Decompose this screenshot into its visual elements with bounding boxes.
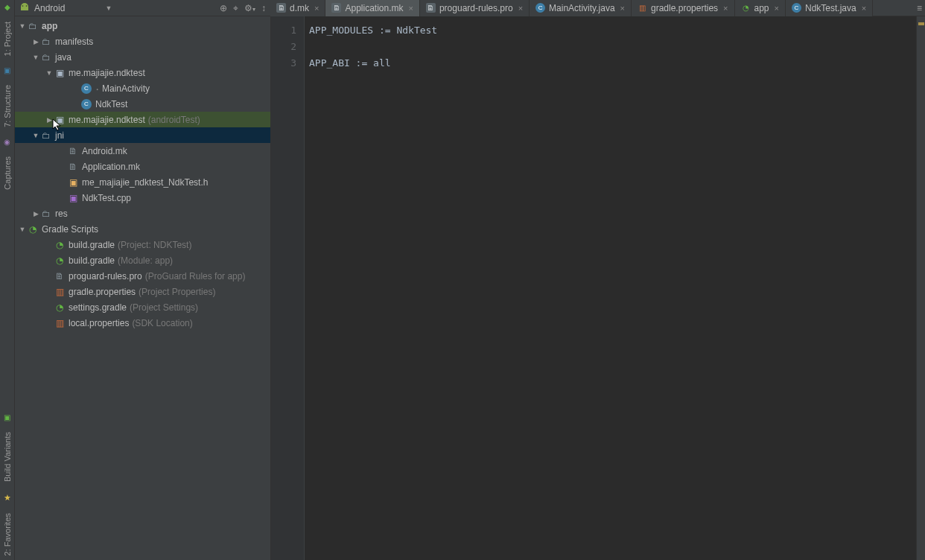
project-view-label: Android [34, 3, 65, 13]
tree-pkg1[interactable]: ▼▣me.majiajie.ndktest [15, 65, 270, 80]
tool-build-variants-label[interactable]: Build Variants [1, 427, 13, 486]
favorites-tool-icon[interactable]: ★ [4, 493, 11, 503]
tree-app[interactable]: ▼🗀app [15, 18, 270, 34]
scroll-icon[interactable]: ↕ [261, 3, 266, 13]
tree-ndk-h[interactable]: ▶▣me_majiajie_ndktest_NdkTest.h [15, 174, 270, 190]
close-icon[interactable]: × [723, 4, 728, 13]
tree-manifests[interactable]: ▶🗀manifests [15, 34, 270, 49]
project-tool-icon[interactable]: ◆ [4, 3, 10, 11]
close-icon[interactable]: × [518, 4, 523, 13]
tool-favorites-label[interactable]: 2: Favorites [1, 509, 13, 560]
android-icon [19, 3, 30, 13]
tab-label: Application.mk [345, 3, 403, 13]
close-icon[interactable]: × [409, 4, 413, 13]
tree-pkg2[interactable]: ▶▣me.majiajie.ndktest(androidTest) [15, 112, 270, 127]
svg-point-0 [22, 5, 24, 7]
tree-proguard[interactable]: ▶🗎proguard-rules.pro(ProGuard Rules for … [15, 268, 270, 284]
close-icon[interactable]: × [620, 4, 625, 13]
gradle-file-icon: ◔ [741, 3, 751, 13]
line-number: 1 [271, 22, 296, 39]
editor-gutter: 123 [271, 16, 305, 560]
project-tree: ▼🗀app ▶🗀manifests ▼🗀java ▼▣me.majiajie.n… [15, 16, 271, 560]
line-number: 3 [271, 55, 296, 71]
tab-proguard-rules-pro[interactable]: 🗎proguard-rules.pro× [420, 0, 530, 16]
tree-application-mk[interactable]: ▶🗎Application.mk [15, 159, 270, 174]
target-icon[interactable]: ⌖ [233, 3, 238, 13]
build-variants-tool-icon[interactable]: ▣ [4, 413, 10, 421]
code-line: APP_MODULES := NdkTest [309, 22, 916, 39]
captures-tool-icon[interactable]: ◉ [4, 138, 10, 146]
tab-label: app [754, 3, 769, 13]
close-icon[interactable]: × [775, 4, 779, 13]
topbar: Android ▼ ⊕ ⌖ ⚙▾ ↕ 🗎d.mk×🗎Application.mk… [15, 0, 925, 16]
tree-java[interactable]: ▼🗀java [15, 49, 270, 65]
tree-android-mk[interactable]: ▶🗎Android.mk [15, 143, 270, 159]
close-icon[interactable]: × [314, 4, 319, 13]
tree-build-gradle-project[interactable]: ▶◔build.gradle(Project: NDKTest) [15, 237, 270, 252]
tab-list-icon[interactable]: ≡ [917, 3, 922, 13]
editor-tabs: 🗎d.mk×🗎Application.mk×🗎proguard-rules.pr… [270, 0, 925, 16]
tree-mainactivity[interactable]: ▶C⬩MainActivity [15, 80, 270, 96]
tab-label: MainActivity.java [549, 3, 614, 13]
tree-build-gradle-app[interactable]: ▶◔build.gradle(Module: app) [15, 252, 270, 268]
tool-strip: ◆ 1: Project ▣ 7: Structure ◉ Captures ▣… [0, 0, 15, 560]
chevron-down-icon: ▼ [105, 4, 112, 12]
editor-marker-stripe [916, 16, 925, 560]
tab-d-mk[interactable]: 🗎d.mk× [270, 0, 325, 16]
code-line [309, 39, 916, 55]
java-file-icon: C [792, 3, 801, 13]
editor-code[interactable]: APP_MODULES := NdkTestAPP_ABI := all [305, 16, 916, 560]
tree-res[interactable]: ▶🗀res [15, 206, 270, 221]
mk-file-icon: 🗎 [276, 3, 286, 13]
tree-ndktest-class[interactable]: ▶CNdkTest [15, 96, 270, 112]
tab-application-mk[interactable]: 🗎Application.mk× [325, 0, 419, 16]
tree-jni[interactable]: ▼🗀jni [15, 127, 270, 143]
tool-project-label[interactable]: 1: Project [1, 17, 13, 60]
code-line: APP_ABI := all [309, 55, 916, 71]
tool-structure-label[interactable]: 7: Structure [1, 80, 13, 132]
structure-tool-icon[interactable]: ▣ [4, 66, 10, 74]
tab-label: proguard-rules.pro [439, 3, 513, 13]
java-file-icon: C [535, 3, 545, 13]
tab-label: d.mk [290, 3, 309, 13]
svg-point-1 [26, 5, 28, 7]
tab-label: gradle.properties [651, 3, 718, 13]
project-view-selector[interactable]: Android ▼ ⊕ ⌖ ⚙▾ ↕ [15, 3, 270, 13]
tree-local-properties[interactable]: ▶▥local.properties(SDK Location) [15, 315, 270, 331]
mk-file-icon: 🗎 [426, 3, 436, 13]
tab-label: NdkTest.java [805, 3, 856, 13]
tree-gradle-properties[interactable]: ▶▥gradle.properties(Project Properties) [15, 284, 270, 299]
warning-marker[interactable] [918, 22, 924, 25]
tree-ndk-cpp[interactable]: ▶▣NdkTest.cpp [15, 190, 270, 206]
line-number: 2 [271, 39, 296, 55]
tab-ndktest-java[interactable]: CNdkTest.java× [786, 0, 873, 16]
gear-icon[interactable]: ⚙▾ [244, 3, 255, 13]
close-icon[interactable]: × [862, 4, 866, 13]
tab-app[interactable]: ◔app× [735, 0, 786, 16]
tree-settings-gradle[interactable]: ▶◔settings.gradle(Project Settings) [15, 299, 270, 315]
tab-gradle-properties[interactable]: ▥gradle.properties× [632, 0, 735, 16]
tool-captures-label[interactable]: Captures [1, 152, 13, 194]
mk-file-icon: 🗎 [331, 3, 341, 13]
tab-mainactivity-java[interactable]: CMainActivity.java× [530, 0, 632, 16]
collapse-icon[interactable]: ⊕ [220, 3, 227, 13]
props-file-icon: ▥ [638, 3, 647, 13]
code-editor[interactable]: 123 APP_MODULES := NdkTestAPP_ABI := all [271, 16, 925, 560]
tree-gradle-scripts[interactable]: ▼◔Gradle Scripts [15, 221, 270, 237]
